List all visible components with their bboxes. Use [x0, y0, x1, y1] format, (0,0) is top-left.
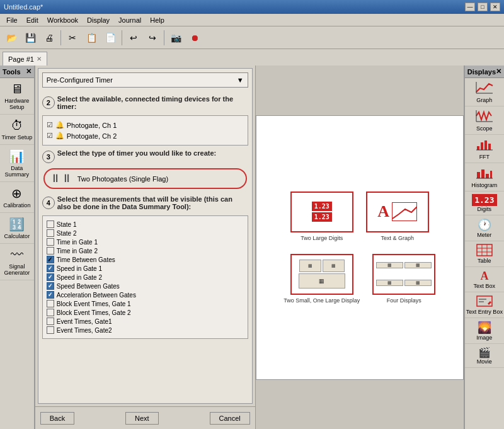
menu-help[interactable]: Help [146, 15, 168, 25]
meas-event-gate2[interactable]: Event Times, Gate2 [47, 326, 244, 335]
data-summary-icon: 📊 [9, 149, 25, 164]
svg-rect-6 [484, 140, 487, 150]
meas-time-between-checkbox[interactable]: ✓ [47, 256, 54, 263]
tab-close-button[interactable]: ✕ [37, 55, 42, 62]
fft-icon [475, 137, 494, 154]
device-photogate-ch1[interactable]: ☑ 🔔 Photogate, Ch 1 [47, 120, 244, 130]
two-small-one-large-label: Two Small, One Large Display [284, 297, 360, 304]
record-button[interactable]: ⏺ [186, 29, 203, 47]
save-button[interactable]: 💾 [21, 29, 39, 47]
display-item-table[interactable]: Table [465, 241, 504, 267]
device-photogate-ch2[interactable]: ☑ 🔔 Photogate, Ch 2 [47, 130, 244, 141]
meas-speed-gate2[interactable]: ✓ Speed in Gate 2 [47, 273, 244, 282]
meas-block-gate2[interactable]: Block Event Times, Gate 2 [47, 308, 244, 317]
meas-event-gate1[interactable]: Event Times, Gate1 [47, 317, 244, 326]
meas-state1-label: State 1 [57, 221, 77, 228]
display-item-digits[interactable]: 1.23 Digits [465, 192, 504, 215]
tool-calibration[interactable]: ⊕ Calibration [0, 182, 34, 213]
meas-block-gate1[interactable]: Block Event Times, Gate 1 [47, 299, 244, 308]
meas-time-between[interactable]: ✓ Time Between Gates [47, 255, 244, 264]
print-button[interactable]: 🖨 [40, 29, 58, 47]
timer-setup-icon: ⏱ [11, 118, 23, 133]
menu-journal[interactable]: Journal [115, 15, 145, 25]
displays-header: Displays ✕ [465, 66, 504, 78]
display-item-graph[interactable]: Graph [465, 78, 504, 106]
svg-rect-7 [488, 144, 491, 150]
meas-speed-gate1[interactable]: ✓ Speed in Gate 1 [47, 264, 244, 273]
open-button[interactable]: 📂 [3, 29, 20, 47]
display-item-movie[interactable]: 🎬 Movie [465, 344, 504, 368]
cut-button[interactable]: ✂ [64, 29, 81, 47]
camera-button[interactable]: 📷 [167, 29, 185, 47]
displays-close-icon[interactable]: ✕ [496, 67, 501, 76]
tool-data-summary[interactable]: 📊 Data Summary [0, 145, 34, 182]
meas-block-gate1-checkbox[interactable] [47, 300, 54, 307]
tool-hardware-setup[interactable]: 🖥 Hardware Setup [0, 78, 34, 115]
display-option-two-small-one-large[interactable]: ▦ ▦ ▦ Two Small, One Large Display [284, 254, 360, 304]
paste-button[interactable]: 📄 [101, 29, 119, 47]
display-item-fft[interactable]: FFT [465, 135, 504, 163]
tools-panel: Tools ✕ 🖥 Hardware Setup ⏱ Timer Setup 📊… [0, 66, 35, 429]
meas-event-gate2-checkbox[interactable] [47, 326, 54, 334]
timer-type-option[interactable]: ⏸⏸ Two Photogates (Single Flag) [43, 168, 247, 189]
display-selector: 1.23 1.23 Two Large Digits A [256, 115, 464, 380]
menu-file[interactable]: File [3, 15, 21, 25]
tool-signal-generator[interactable]: 〰 Signal Generator [0, 244, 34, 280]
display-item-scope[interactable]: Scope [465, 106, 504, 135]
meas-time-gate2-checkbox[interactable] [47, 247, 54, 255]
meas-speed-between-checkbox[interactable]: ✓ [47, 282, 54, 290]
meas-speed-gate1-checkbox[interactable]: ✓ [47, 265, 54, 272]
copy-button[interactable]: 📋 [83, 29, 100, 47]
display-item-text-box[interactable]: A Text Box [465, 267, 504, 292]
wizard-dropdown[interactable]: Pre-Configured Timer ▼ [42, 72, 248, 88]
svg-rect-4 [477, 146, 479, 150]
meas-accel-between[interactable]: ✓ Acceleration Between Gates [47, 290, 244, 299]
menu-edit[interactable]: Edit [23, 15, 42, 25]
back-button[interactable]: Back [40, 412, 74, 425]
cancel-button[interactable]: Cancel [210, 412, 250, 425]
two-large-digits-preview: 1.23 1.23 [290, 192, 353, 232]
digits-label: Digits [478, 206, 492, 212]
meas-speed-between[interactable]: ✓ Speed Between Gates [47, 282, 244, 290]
maximize-button[interactable]: □ [478, 3, 488, 11]
meas-state2-checkbox[interactable] [47, 229, 54, 237]
display-option-four-displays[interactable]: ▦ ▦ ▦ ▦ Four Displays [372, 254, 435, 304]
meas-block-gate2-label: Block Event Times, Gate 2 [57, 309, 131, 316]
menu-workbook[interactable]: Workbook [43, 15, 82, 25]
four-displays-preview: ▦ ▦ ▦ ▦ [372, 254, 435, 295]
meas-state1-checkbox[interactable] [47, 220, 54, 228]
display-option-two-large-digits[interactable]: 1.23 1.23 Two Large Digits [290, 192, 353, 241]
meas-accel-between-checkbox[interactable]: ✓ [47, 291, 54, 299]
meas-speed-gate2-checkbox[interactable]: ✓ [47, 273, 54, 281]
meas-state1[interactable]: State 1 [47, 220, 244, 229]
display-item-image[interactable]: 🌄 Image [465, 318, 504, 344]
undo-button[interactable]: ↩ [125, 29, 142, 47]
display-item-text-entry-box[interactable]: Text Entry Box [465, 292, 504, 318]
display-item-meter[interactable]: 🕐 Meter [465, 215, 504, 241]
meas-time-gate1-checkbox[interactable] [47, 238, 54, 246]
tool-timer-label: Timer Setup [2, 134, 33, 140]
step-2-number: 2 [42, 96, 55, 109]
meas-event-gate1-checkbox[interactable] [47, 317, 54, 325]
minimize-button[interactable]: — [465, 3, 475, 11]
tools-close-icon[interactable]: ✕ [26, 67, 32, 76]
menu-display[interactable]: Display [83, 15, 113, 25]
tool-timer-setup[interactable]: ⏱ Timer Setup [0, 115, 34, 145]
next-button[interactable]: Next [125, 412, 159, 425]
tab-page1[interactable]: Page #1 ✕ [3, 52, 47, 66]
wizard-step-2: 2 Select the available, connected timing… [38, 91, 252, 115]
redo-button[interactable]: ↪ [144, 29, 161, 47]
displays-panel: Displays ✕ Graph Scope [464, 66, 504, 429]
table-icon [476, 244, 493, 258]
meas-state2[interactable]: State 2 [47, 229, 244, 237]
text-entry-box-label: Text Entry Box [466, 309, 503, 315]
close-button[interactable]: ✕ [490, 3, 500, 11]
meas-time-gate2[interactable]: Time in Gate 2 [47, 246, 244, 255]
meas-block-gate2-checkbox[interactable] [47, 309, 54, 316]
step-2-content: Select the available, connected timing d… [57, 95, 248, 113]
meas-time-gate1[interactable]: Time in Gate 1 [47, 237, 244, 246]
tool-calculator[interactable]: 🔢 Calculator [0, 213, 34, 244]
display-option-text-graph[interactable]: A Text & Graph [366, 192, 429, 241]
display-item-histogram[interactable]: Histogram [465, 163, 504, 192]
tools-title: Tools [3, 68, 21, 76]
